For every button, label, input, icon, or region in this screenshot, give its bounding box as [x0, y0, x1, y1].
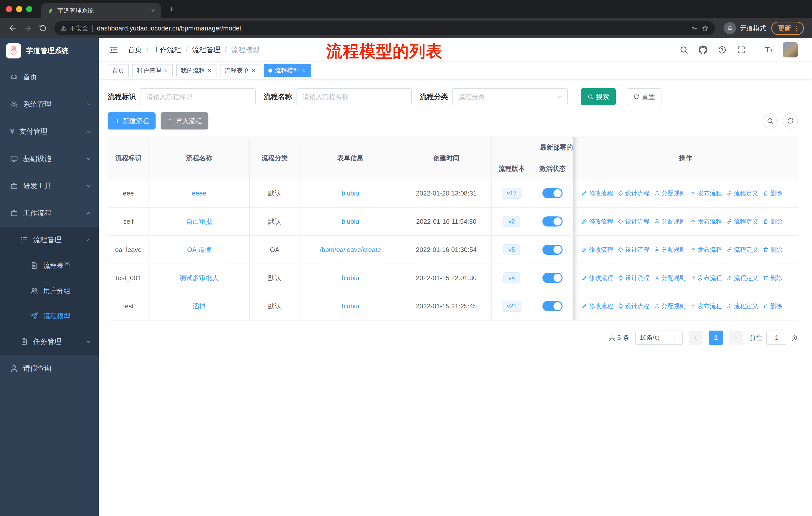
- action-publish-process[interactable]: 发布流程: [690, 189, 722, 197]
- page-size-select[interactable]: 10条/页: [635, 331, 683, 345]
- tag-process-model[interactable]: 流程模型: [264, 64, 311, 77]
- action-modify-process[interactable]: 修改流程: [581, 274, 613, 282]
- sidebar-item-home[interactable]: 首页: [0, 63, 99, 91]
- maximize-window-button[interactable]: [26, 6, 32, 12]
- address-bar[interactable]: 不安全 dashboard.yudao.iocoder.cn/bpm/manag…: [54, 21, 715, 35]
- close-icon[interactable]: [301, 68, 306, 73]
- form-info-link[interactable]: biubiu: [342, 189, 359, 197]
- process-category-select[interactable]: 流程分类: [452, 88, 568, 105]
- next-page-button[interactable]: [729, 331, 743, 345]
- back-button[interactable]: [5, 21, 20, 36]
- create-process-button[interactable]: 新建流程: [108, 112, 155, 130]
- security-label[interactable]: 不安全: [69, 24, 88, 32]
- form-info-link[interactable]: /bpm/oa/leave/create: [320, 246, 381, 253]
- action-assign-rules[interactable]: 分配规则: [654, 274, 686, 282]
- prev-page-button[interactable]: [689, 331, 703, 345]
- font-size-icon[interactable]: TT: [756, 45, 773, 54]
- action-delete[interactable]: 删除: [763, 274, 782, 282]
- breadcrumb-process-management[interactable]: 流程管理: [181, 45, 221, 55]
- goto-page-input[interactable]: [766, 331, 787, 345]
- process-name-link[interactable]: OA 请假: [187, 246, 211, 253]
- sidebar-item-process-form[interactable]: 流程表单: [0, 253, 99, 278]
- sidebar-item-infrastructure[interactable]: 基础设施: [0, 145, 99, 172]
- browser-tab[interactable]: 芋道管理系统: [41, 3, 161, 18]
- process-name-link[interactable]: 自己审批: [186, 218, 212, 225]
- header-search-icon[interactable]: [679, 45, 689, 54]
- sidebar-item-workflow[interactable]: 工作流程: [0, 199, 99, 227]
- action-delete[interactable]: 删除: [763, 302, 782, 310]
- close-window-button[interactable]: [6, 6, 12, 12]
- action-design-process[interactable]: 设计流程: [618, 189, 649, 197]
- user-avatar[interactable]: [783, 42, 798, 57]
- menu-dots-icon[interactable]: [793, 25, 800, 32]
- active-toggle[interactable]: [543, 188, 562, 198]
- browser-update-button[interactable]: 更新: [771, 22, 804, 35]
- process-name-link[interactable]: eeee: [192, 189, 206, 197]
- action-assign-rules[interactable]: 分配规则: [654, 189, 686, 197]
- forward-button[interactable]: [20, 21, 35, 36]
- action-process-definition[interactable]: 流程定义: [726, 274, 758, 282]
- action-modify-process[interactable]: 修改流程: [581, 302, 613, 310]
- action-assign-rules[interactable]: 分配规则: [654, 302, 686, 310]
- action-publish-process[interactable]: 发布流程: [690, 246, 722, 254]
- action-process-definition[interactable]: 流程定义: [726, 189, 758, 197]
- sidebar-item-task-management[interactable]: 任务管理: [0, 329, 99, 355]
- action-publish-process[interactable]: 发布流程: [690, 302, 722, 310]
- current-page-button[interactable]: 1: [709, 331, 723, 345]
- active-toggle[interactable]: [543, 301, 562, 311]
- reload-button[interactable]: [35, 21, 50, 36]
- action-modify-process[interactable]: 修改流程: [581, 246, 613, 254]
- refresh-table-button[interactable]: [783, 113, 798, 129]
- sidebar-item-payment[interactable]: ¥ 支付管理: [0, 118, 99, 145]
- action-publish-process[interactable]: 发布流程: [690, 274, 722, 282]
- action-modify-process[interactable]: 修改流程: [581, 217, 613, 225]
- action-assign-rules[interactable]: 分配规则: [654, 217, 686, 225]
- fullscreen-icon[interactable]: [737, 45, 746, 54]
- reset-button[interactable]: 重置: [627, 88, 662, 105]
- action-delete[interactable]: 删除: [763, 246, 782, 254]
- sidebar-item-system[interactable]: 系统管理: [0, 91, 99, 118]
- close-icon[interactable]: [251, 68, 256, 73]
- process-name-link[interactable]: 滔博: [193, 302, 206, 310]
- action-design-process[interactable]: 设计流程: [618, 302, 649, 310]
- breadcrumb-workflow[interactable]: 工作流程: [142, 45, 181, 55]
- help-icon[interactable]: [718, 45, 727, 54]
- tag-home[interactable]: 首页: [108, 64, 129, 77]
- password-key-icon[interactable]: [691, 25, 698, 32]
- action-delete[interactable]: 删除: [763, 217, 782, 225]
- action-publish-process[interactable]: 发布流程: [690, 217, 722, 225]
- bookmark-star-icon[interactable]: [702, 25, 709, 32]
- action-modify-process[interactable]: 修改流程: [581, 189, 613, 197]
- form-info-link[interactable]: biubiu: [342, 218, 359, 225]
- tag-tenant-management[interactable]: 租户管理: [133, 64, 173, 77]
- close-icon[interactable]: [207, 68, 212, 73]
- form-info-link[interactable]: biubiu: [342, 302, 359, 310]
- action-process-definition[interactable]: 流程定义: [726, 302, 758, 310]
- import-process-button[interactable]: 导入流程: [161, 112, 208, 130]
- process-id-input[interactable]: [140, 88, 256, 105]
- breadcrumb-home[interactable]: 首页: [128, 45, 142, 55]
- action-assign-rules[interactable]: 分配规则: [654, 246, 686, 254]
- process-name-link[interactable]: 测试多审批人: [179, 274, 219, 282]
- sidebar-item-leave-query[interactable]: 请假查询: [0, 355, 99, 382]
- action-design-process[interactable]: 设计流程: [618, 217, 649, 225]
- toggle-search-button[interactable]: [763, 113, 778, 129]
- new-tab-button[interactable]: [164, 1, 179, 17]
- sidebar-item-user-group[interactable]: 用户分组: [0, 278, 99, 303]
- active-toggle[interactable]: [543, 273, 562, 283]
- tag-my-process[interactable]: 我的流程: [176, 64, 216, 77]
- sidebar-item-process-model[interactable]: 流程模型: [0, 303, 99, 329]
- tag-process-form[interactable]: 流程表单: [220, 64, 260, 77]
- active-toggle[interactable]: [543, 245, 562, 255]
- process-name-input[interactable]: [296, 88, 412, 105]
- github-icon[interactable]: [698, 45, 707, 54]
- action-delete[interactable]: 删除: [763, 189, 782, 197]
- sidebar-item-devtools[interactable]: 研发工具: [0, 172, 99, 199]
- sidebar-item-process-management[interactable]: 流程管理: [0, 227, 99, 253]
- search-button[interactable]: 搜索: [581, 88, 616, 105]
- action-process-definition[interactable]: 流程定义: [726, 217, 758, 225]
- minimize-window-button[interactable]: [16, 6, 22, 12]
- sidebar-fold-icon[interactable]: [107, 43, 121, 57]
- close-icon[interactable]: [164, 68, 168, 73]
- action-process-definition[interactable]: 流程定义: [726, 246, 758, 254]
